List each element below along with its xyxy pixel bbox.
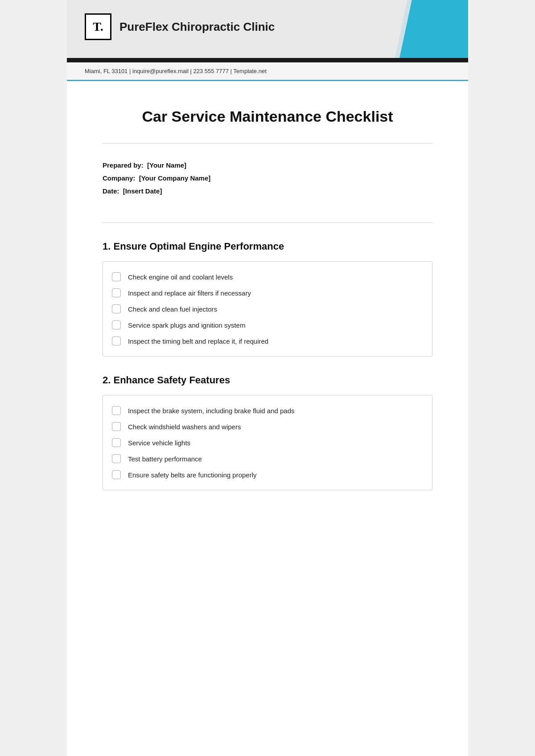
brand-area: T. PureFlex Chiropractic Clinic [67,0,468,53]
checklist-item-label: Ensure safety belts are functioning prop… [128,471,257,479]
prepared-by-label: Prepared by: [103,161,144,169]
logo-letter: T. [93,20,103,34]
meta-section: Prepared by: [Your Name] Company: [Your … [103,157,432,209]
checkbox-icon[interactable] [112,337,121,345]
checkbox-icon[interactable] [112,406,121,415]
checkbox-icon[interactable] [112,438,121,447]
checklist-item-label: Inspect the brake system, including brak… [128,407,295,415]
checklist-item-label: Check windshield washers and wipers [128,423,241,431]
checklist-item-label: Inspect and replace air filters if neces… [128,289,251,297]
page: T. PureFlex Chiropractic Clinic Miami, F… [67,0,468,756]
list-item[interactable]: Service spark plugs and ignition system [112,317,423,333]
company-row: Company: [Your Company Name] [103,174,432,182]
checklist-item-label: Service spark plugs and ignition system [128,321,245,329]
prepared-by-value: [Your Name] [147,161,186,169]
content-area: Car Service Maintenance Checklist Prepar… [67,81,468,522]
company-value: [Your Company Name] [139,174,211,182]
checklist-item-label: Check and clean fuel injectors [128,305,217,313]
checklist-item-label: Service vehicle lights [128,439,190,447]
date-label: Date: [103,187,119,195]
list-item[interactable]: Test battery performance [112,451,423,467]
header: T. PureFlex Chiropractic Clinic [67,0,468,58]
sections-container: 1. Ensure Optimal Engine PerformanceChec… [103,241,432,490]
checkbox-icon[interactable] [112,272,121,281]
checklist-item-label: Test battery performance [128,455,202,463]
list-item[interactable]: Inspect the timing belt and replace it, … [112,333,423,349]
checklist-item-label: Inspect the timing belt and replace it, … [128,337,268,345]
checkbox-icon[interactable] [112,304,121,313]
dark-bar [67,58,468,62]
logo: T. [85,13,111,40]
checkbox-icon[interactable] [112,422,121,431]
date-value: [Insert Date] [123,187,162,195]
checkbox-icon[interactable] [112,288,121,297]
checklist-item-label: Check engine oil and coolant levels [128,273,233,281]
list-item[interactable]: Check windshield washers and wipers [112,419,423,435]
list-item[interactable]: Service vehicle lights [112,435,423,451]
date-row: Date: [Insert Date] [103,187,432,195]
brand-name: PureFlex Chiropractic Clinic [119,20,275,34]
list-item[interactable]: Ensure safety belts are functioning prop… [112,467,423,483]
section-heading-1: 1. Ensure Optimal Engine Performance [103,241,432,252]
checkbox-icon[interactable] [112,470,121,479]
company-label: Company: [103,174,135,182]
checkbox-icon[interactable] [112,454,121,463]
document-title: Car Service Maintenance Checklist [103,108,432,125]
list-item[interactable]: Inspect the brake system, including brak… [112,403,423,419]
section-heading-2: 2. Enhance Safety Features [103,374,432,386]
list-item[interactable]: Check engine oil and coolant levels [112,269,423,285]
checkbox-icon[interactable] [112,320,121,329]
checklist-box-1: Check engine oil and coolant levelsInspe… [103,261,432,357]
list-item[interactable]: Check and clean fuel injectors [112,301,423,317]
list-item[interactable]: Inspect and replace air filters if neces… [112,285,423,301]
contact-bar: Miami, FL 33101 | inquire@pureflex.mail … [67,62,468,81]
checklist-box-2: Inspect the brake system, including brak… [103,395,432,490]
divider-top [103,143,432,144]
divider-meta [103,222,432,223]
prepared-by-row: Prepared by: [Your Name] [103,161,432,169]
